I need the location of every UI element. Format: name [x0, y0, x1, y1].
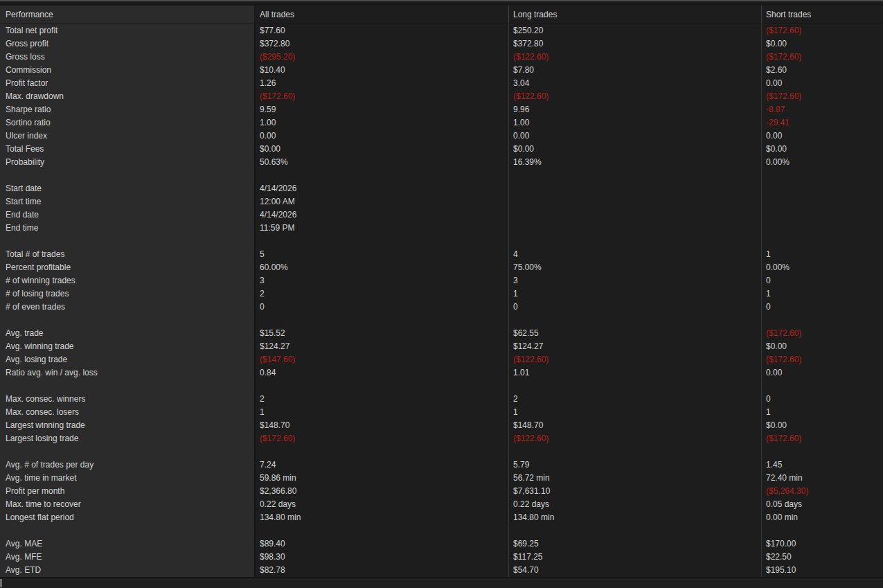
- value-long-trades: 4: [508, 248, 761, 261]
- value-short-trades: 0.00%: [761, 156, 883, 169]
- value-long-trades: 56.72 min: [508, 472, 761, 485]
- value-all-trades: 1.00: [256, 116, 508, 130]
- spacer-value-cell: [256, 524, 508, 537]
- metric-label: Total # of trades: [0, 248, 256, 261]
- value-long-trades: 1: [508, 406, 761, 419]
- metric-label: Avg. time in market: [0, 472, 256, 485]
- value-all-trades: 59.86 min: [256, 472, 508, 485]
- value-short-trades: $170.00: [761, 537, 883, 551]
- metric-label: Avg. losing trade: [0, 353, 256, 366]
- header-row: PerformanceAll tradesLong tradesShort tr…: [0, 6, 883, 24]
- section-spacer-row: [0, 169, 883, 182]
- summary-row: Sortino ratio1.001.00-29.41: [0, 116, 883, 130]
- summary-row: # of even trades000: [0, 301, 883, 314]
- value-all-trades: 12:00 AM: [256, 195, 508, 208]
- value-all-trades: 4/14/2026: [256, 208, 508, 222]
- summary-row: Max. consec. losers111: [0, 406, 883, 419]
- value-all-trades: $10.40: [256, 64, 508, 77]
- value-long-trades: ($122.60): [508, 90, 761, 103]
- column-header-performance: Performance: [0, 6, 256, 24]
- value-all-trades: 7.24: [256, 458, 508, 472]
- value-long-trades: $124.27: [508, 340, 761, 353]
- summary-row: Avg. winning trade$124.27$124.27$0.00: [0, 340, 883, 353]
- value-all-trades: 11:59 PM: [256, 222, 508, 235]
- value-all-trades: 5: [256, 248, 508, 261]
- section-spacer-row: [0, 380, 883, 393]
- value-short-trades: 0: [761, 393, 883, 406]
- value-long-trades: 3: [508, 274, 761, 287]
- summary-row: Avg. MFE$98.30$117.25$22.50: [0, 551, 883, 564]
- metric-label: End date: [0, 208, 256, 222]
- value-all-trades: $148.70: [256, 419, 508, 432]
- value-long-trades: ($122.60): [508, 432, 761, 445]
- metric-label: Avg. # of trades per day: [0, 458, 256, 472]
- value-short-trades: $0.00: [761, 419, 883, 432]
- summary-row: Largest losing trade($172.60)($122.60)($…: [0, 432, 883, 445]
- value-long-trades: ($122.60): [508, 51, 761, 64]
- value-long-trades: $372.80: [508, 37, 761, 51]
- value-short-trades: ($172.60): [761, 24, 883, 37]
- value-all-trades: 3: [256, 274, 508, 287]
- metric-label: Longest flat period: [0, 511, 256, 524]
- value-long-trades: 16.39%: [508, 156, 761, 169]
- summary-row: Profit per month$2,366.80$7,631.10($5,26…: [0, 485, 883, 498]
- summary-row: Gross loss($295.20)($122.60)($172.60): [0, 51, 883, 64]
- section-spacer-row: [0, 314, 883, 327]
- spacer-label-cell: [0, 380, 256, 393]
- value-short-trades: $2.60: [761, 64, 883, 77]
- value-long-trades: $250.20: [508, 24, 761, 37]
- spacer-value-cell: [508, 314, 761, 327]
- value-long-trades: 9.96: [508, 103, 761, 116]
- value-long-trades: 134.80 min: [508, 511, 761, 524]
- value-long-trades: $7,631.10: [508, 485, 761, 498]
- value-all-trades: 50.63%: [256, 156, 508, 169]
- summary-row: Total net profit$77.60$250.20($172.60): [0, 24, 883, 37]
- metric-label: Probability: [0, 156, 256, 169]
- scrollbar-thumb[interactable]: [0, 579, 2, 587]
- value-all-trades: $372.80: [256, 37, 508, 51]
- spacer-value-cell: [508, 524, 761, 537]
- spacer-value-cell: [761, 380, 883, 393]
- value-short-trades: 0.05 days: [761, 498, 883, 511]
- value-short-trades: 1: [761, 248, 883, 261]
- summary-row: Start time12:00 AM: [0, 195, 883, 208]
- value-short-trades: $0.00: [761, 37, 883, 51]
- metric-label: Avg. trade: [0, 327, 256, 340]
- metric-label: Max. drawdown: [0, 90, 256, 103]
- metric-label: Ulcer index: [0, 130, 256, 143]
- summary-row: Avg. trade$15.52$62.55($172.60): [0, 327, 883, 340]
- summary-row: Max. consec. winners220: [0, 393, 883, 406]
- metric-label: # of losing trades: [0, 287, 256, 301]
- value-long-trades: ($122.60): [508, 353, 761, 366]
- value-all-trades: 2: [256, 393, 508, 406]
- spacer-value-cell: [761, 235, 883, 248]
- summary-row: Largest winning trade$148.70$148.70$0.00: [0, 419, 883, 432]
- value-long-trades: [508, 208, 761, 222]
- summary-row: End time11:59 PM: [0, 222, 883, 235]
- value-long-trades: 1: [508, 287, 761, 301]
- metric-label: Max. consec. winners: [0, 393, 256, 406]
- column-header-short-trades: Short trades: [761, 6, 883, 24]
- value-short-trades: ($172.60): [761, 90, 883, 103]
- value-all-trades: 1.26: [256, 77, 508, 90]
- metric-label: Gross loss: [0, 51, 256, 64]
- value-long-trades: [508, 195, 761, 208]
- value-long-trades: $62.55: [508, 327, 761, 340]
- value-all-trades: ($172.60): [256, 432, 508, 445]
- spacer-value-cell: [761, 524, 883, 537]
- metric-label: # of even trades: [0, 301, 256, 314]
- value-all-trades: $77.60: [256, 24, 508, 37]
- value-short-trades: ($172.60): [761, 432, 883, 445]
- value-short-trades: [761, 195, 883, 208]
- value-long-trades: $54.70: [508, 564, 761, 577]
- value-short-trades: 0.00: [761, 130, 883, 143]
- summary-row: # of losing trades211: [0, 287, 883, 301]
- metric-label: Max. consec. losers: [0, 406, 256, 419]
- spacer-label-cell: [0, 445, 256, 458]
- metric-label: Total net profit: [0, 24, 256, 37]
- section-spacer-row: [0, 524, 883, 537]
- spacer-label-cell: [0, 314, 256, 327]
- value-all-trades: 9.59: [256, 103, 508, 116]
- section-spacer-row: [0, 445, 883, 458]
- metric-label: Avg. MAE: [0, 537, 256, 551]
